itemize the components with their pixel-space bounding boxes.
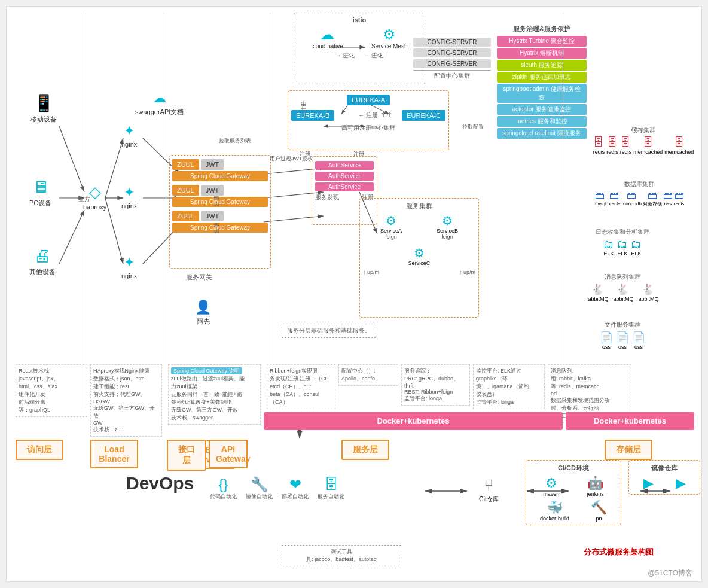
service-text4: 监控平台: ELK通过graphike（环境）、igantana（简约仪表盘）监… xyxy=(473,364,545,409)
scg1: Spring Cloud Gateway xyxy=(172,171,268,181)
svg-line-2 xyxy=(59,126,84,192)
register-label1: 注册 xyxy=(213,196,221,206)
swagger-node: ☁ swaggerAPI文档 xyxy=(135,90,184,117)
other-device: 🖨 其他设备 xyxy=(29,246,56,276)
service-c-node: ⚙ ServiceC xyxy=(363,246,475,266)
mirror-icons: ▶ ▶ xyxy=(632,476,697,491)
springboot-admin: springboot admin 健康服务检查 xyxy=(497,84,587,103)
register-label5: 注册 xyxy=(213,223,221,233)
register-label4: 注册 xyxy=(300,101,308,112)
nginx3-label: nginx xyxy=(121,272,137,279)
redis1: 🗄redis xyxy=(593,136,605,155)
divider1 xyxy=(86,13,86,407)
log-title: 日志收集和分析集群 xyxy=(581,228,664,236)
git-label: Git仓库 xyxy=(479,495,499,504)
main-label: 主注 xyxy=(381,111,392,119)
scg-tag: Spring Cloud Gateway 说明 xyxy=(171,367,242,374)
file-cluster: 文件服务集群 📄oss 📄oss 📄oss xyxy=(578,321,667,350)
elk3: 🗂ELK xyxy=(631,238,642,257)
actuator: actuator 服务健康监控 xyxy=(497,104,587,115)
zuul1: ZUUL xyxy=(172,159,199,170)
cicd-section: CI/CD环境 ⚙ maven 🤖 jenkins 🐳 docker-build… xyxy=(526,460,621,525)
code-auto: {} 代码自动化 xyxy=(210,476,237,501)
config-title: 配置中心集群 xyxy=(413,70,491,80)
haproxy-label: haproxy xyxy=(83,203,106,211)
lb-text: HAproxy实现Nginx健康数据格式：json、html建工组能：rest前… xyxy=(90,364,162,437)
testing-label: 测试工具 xyxy=(285,548,398,556)
eureka-a: EUREKA-A xyxy=(347,95,390,105)
maven-node: ⚙ maven xyxy=(543,476,559,497)
service-text1: Ribbon+feign实现服务发现/注册 注册：（CPetcd（CP）、nur… xyxy=(267,364,335,409)
nginx1-node: ✦ nginx xyxy=(121,123,137,148)
db-cluster: 数据库集群 🗃mysql 🗃oracle 🗃mongodb 🗃对象存储 🗃nas… xyxy=(581,180,697,208)
elk2: 🗂ELK xyxy=(617,238,628,257)
oss1: 📄oss xyxy=(600,331,613,350)
mq-items: 🐇rabbitMQ 🐇rabbitMQ 🐇rabbitMQ xyxy=(578,283,667,302)
auth1: AuthService xyxy=(315,161,374,170)
other-label: 其他设备 xyxy=(29,267,56,276)
feign-a: feign xyxy=(380,234,402,240)
jwt3: JWT xyxy=(201,211,224,221)
eureka-b: EUREKA-B xyxy=(291,110,334,121)
mirror-icon1: ▶ xyxy=(643,476,654,491)
service-mesh-node: ⚙ Service Mesh xyxy=(371,26,408,50)
sleuth: sleuth 服务追踪 xyxy=(497,60,587,71)
metrics: metrics 服务和监控 xyxy=(497,116,587,127)
access-text: React技术栈javascript、jsx、html、css、ajax组件化开… xyxy=(16,364,87,417)
cicd-tools: ⚙ maven 🤖 jenkins xyxy=(529,476,618,497)
db-title: 数据库集群 xyxy=(581,180,697,188)
mq-title: 消息队列集群 xyxy=(578,273,667,281)
mongodb: 🗃mongodb xyxy=(621,190,641,208)
upstream-labels: ↑ up/m ↑ up/m xyxy=(363,269,475,275)
nginx1-label: nginx xyxy=(121,141,137,148)
zuul3: ZUUL xyxy=(172,211,199,221)
service-a-node: ⚙ ServiceA feign xyxy=(380,214,402,240)
memcached2: 🗄memcached xyxy=(664,136,694,155)
istio-arrows: → 进化 → 进化 xyxy=(297,51,422,60)
testing-items: 具: jacoco、badtest、autotag xyxy=(285,556,398,563)
elk1: 🗂ELK xyxy=(603,238,614,257)
jwt-auth-label: 用户过规JWT授权 xyxy=(270,155,313,163)
cache-items: 🗄redis 🗄redis 🗄redis 🗄memcached 🗄memcach… xyxy=(590,136,697,155)
nginx2-node: ✦ nginx xyxy=(121,185,137,209)
svg-line-5 xyxy=(105,138,123,198)
zipkin: zipkin 服务追踪加班志 xyxy=(497,72,587,83)
mirror-icon2: ▶ xyxy=(676,476,686,491)
istio-title: istio xyxy=(297,16,422,23)
rabbitmq3: 🐇rabbitMQ xyxy=(637,283,659,302)
oss3: 📄oss xyxy=(632,331,645,350)
divider3 xyxy=(270,13,270,407)
service-b-node: ⚙ ServiceB feign xyxy=(437,214,458,240)
eureka-section: EUREKA-A EUREKA-B ← 注册 EUREKA-C 高可用注册中心集… xyxy=(288,90,449,150)
cloud-native-label: cloud native xyxy=(312,43,343,50)
watermark: @51CTO博客 xyxy=(648,568,692,578)
storage-label: 存储层 xyxy=(605,440,652,460)
aoxian-node: 👤 阿先 xyxy=(195,300,211,326)
jenkins-node: 🤖 jenkins xyxy=(587,476,604,497)
pn-node: 🔨 pn xyxy=(591,500,607,522)
devops-section: DevOps xyxy=(126,473,194,493)
cloud-native-node: ☁ cloud native xyxy=(312,26,343,50)
rabbitmq1: 🐇rabbitMQ xyxy=(586,283,608,302)
service-b-label: ServiceB xyxy=(437,228,458,234)
maven-label: maven xyxy=(543,491,559,497)
divider4 xyxy=(563,13,563,407)
deploy-auto: ❤ 部署自动化 xyxy=(282,476,309,501)
log-cluster: 日志收集和分析集群 🗂ELK 🗂ELK 🗂ELK xyxy=(581,228,664,257)
docker-storage: Docker+kubernetes xyxy=(566,412,694,430)
register-label3: 注册 xyxy=(353,150,364,158)
elk-items: 🗂ELK 🗂ELK 🗂ELK xyxy=(581,238,664,257)
registry-label: ← 注册 xyxy=(358,111,378,120)
hystrix-turbine: Hystrix Turbine 聚合监控 xyxy=(497,36,587,47)
haproxy-node: ◇ haproxy xyxy=(83,183,106,211)
eureka-a-wrapper: EUREKA-A xyxy=(291,94,445,105)
docker-build-node: 🐳 docker-build xyxy=(540,500,569,522)
redis3: 🗄redis xyxy=(620,136,632,155)
memcached1: 🗄memcached xyxy=(633,136,663,155)
oss-items: 📄oss 📄oss 📄oss xyxy=(578,331,667,350)
hyatrix: Hyatrix 熔断机制 xyxy=(497,48,587,59)
istio-section: istio ☁ cloud native ⚙ Service Mesh → 进化… xyxy=(294,13,425,84)
config3: CONFIG-SERVER xyxy=(413,59,491,68)
docker-build-label: docker-build xyxy=(540,516,569,522)
eureka-c: EUREKA-C xyxy=(402,110,445,121)
